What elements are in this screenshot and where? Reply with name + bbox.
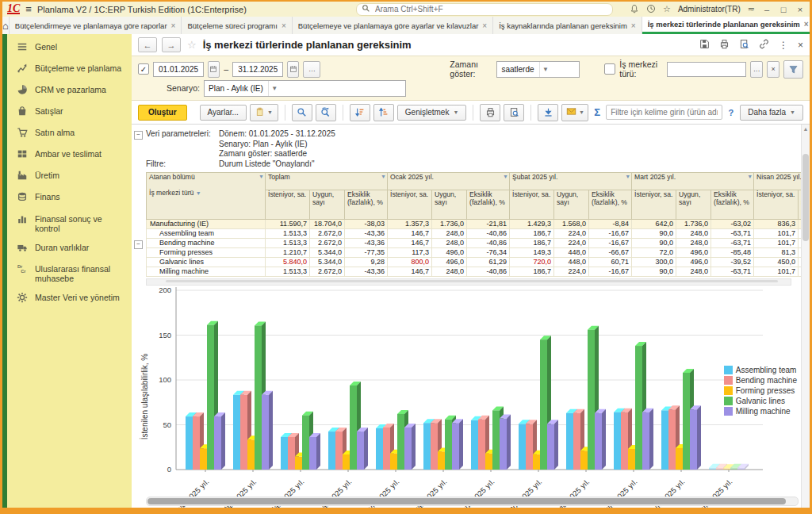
more-button[interactable]: Daha fazla▼ xyxy=(740,105,803,121)
forward-button[interactable]: → xyxy=(162,37,181,52)
date-from-input[interactable] xyxy=(157,64,200,75)
sub-header[interactable]: Eksiklik (fazlalık), % xyxy=(467,190,510,220)
period-options-button[interactable]: … xyxy=(303,61,320,78)
print-icon[interactable] xyxy=(719,39,730,51)
find-icon[interactable] xyxy=(292,104,312,121)
find-next-icon[interactable] xyxy=(316,104,336,121)
close-report-icon[interactable]: × xyxy=(798,40,803,51)
maximize-button[interactable]: □ xyxy=(779,5,788,14)
sub-header[interactable]: İsteniyor, sa. xyxy=(754,190,799,220)
save-icon[interactable] xyxy=(699,39,710,51)
table-row[interactable]: Milling machine1.513,32.672,0-43,36146,7… xyxy=(147,267,810,277)
generate-button[interactable]: Oluştur xyxy=(138,105,187,121)
home-tab[interactable]: ⌂ xyxy=(2,17,10,34)
back-button[interactable]: ← xyxy=(138,37,157,52)
download-icon[interactable] xyxy=(538,104,558,121)
service-menu-icon[interactable]: ≂ xyxy=(748,5,755,13)
tab-close-icon[interactable]: × xyxy=(171,21,176,30)
sub-header[interactable]: İsteniyor, sa. xyxy=(388,190,432,220)
sub-header[interactable]: Eksiklik (fazlalık), % xyxy=(589,190,632,220)
show-time-select[interactable]: saatlerde ▼ xyxy=(496,61,580,78)
sum-sigma-icon[interactable]: Σ xyxy=(594,106,600,118)
tab-close-icon[interactable]: × xyxy=(282,21,286,30)
tab-close-icon[interactable]: × xyxy=(631,21,636,30)
filter-funnel-button[interactable] xyxy=(783,60,803,79)
table-row[interactable]: Bending machine1.513,32.672,0-43,36146,7… xyxy=(147,239,810,248)
favorite-star-icon[interactable]: ☆ xyxy=(187,39,197,51)
sidebar-item-10[interactable]: DrCrUluslararası finansal muhasebe xyxy=(7,259,132,288)
wc-type-checkbox[interactable] xyxy=(604,63,615,75)
global-search[interactable] xyxy=(356,3,613,16)
table-horizontal-scrollbar[interactable] xyxy=(146,278,791,286)
date-to-input[interactable] xyxy=(236,64,279,75)
sub-header[interactable]: İsteniyor, sa. xyxy=(266,190,310,220)
preview-icon[interactable] xyxy=(739,39,749,51)
wc-type-clear-button[interactable]: × xyxy=(767,61,779,78)
tab-0[interactable]: Bütçelendirmeye ve planlamaya göre rapor… xyxy=(10,17,182,34)
sidebar-item-8[interactable]: Finansal sonuç ve kontrol xyxy=(7,209,132,238)
sidebar-item-1[interactable]: Bütçeleme ve planlama xyxy=(7,59,132,80)
collapse-group-icon[interactable]: − xyxy=(134,240,143,249)
sub-header[interactable]: Eksiklik (fazlalık), % xyxy=(711,190,754,220)
quick-filter-input[interactable] xyxy=(606,105,722,120)
tab-close-icon[interactable]: × xyxy=(804,20,809,29)
current-user[interactable]: Administrator(TR) xyxy=(678,5,741,13)
sub-header[interactable]: Uygun, sayı xyxy=(310,190,345,220)
close-window-button[interactable]: × xyxy=(795,5,805,14)
search-input[interactable] xyxy=(373,4,607,14)
period-checkbox[interactable]: ✓ xyxy=(138,63,149,75)
send-mail-icon[interactable]: ▼ xyxy=(561,104,588,121)
table-row[interactable]: Manufacturing (IE)11.590,718.704,0-38,03… xyxy=(147,220,810,229)
wc-type-options-button[interactable]: … xyxy=(750,61,763,78)
tab-1[interactable]: Bütçeleme süreci programı× xyxy=(182,17,292,34)
sidebar-item-7[interactable]: Finans xyxy=(7,187,132,209)
kebab-menu-icon[interactable]: ⋮ xyxy=(779,40,788,51)
sidebar-item-3[interactable]: Satışlar xyxy=(7,102,132,123)
sidebar-item-2[interactable]: CRM ve pazarlama xyxy=(7,80,132,102)
sub-header[interactable]: İsteniyor, sa. xyxy=(510,190,554,220)
tab-4[interactable]: İş merkezi türlerinde planlanan gereksin… xyxy=(642,17,810,34)
sub-header[interactable]: Uygun, sayı xyxy=(432,190,467,220)
table-row[interactable]: Assembling team1.513,32.672,0-43,36146,7… xyxy=(147,229,810,239)
wc-type-input[interactable] xyxy=(671,64,742,75)
corner-header[interactable]: Atanan bölümü ▼ İş merkezi türü ▼ xyxy=(147,173,266,220)
table-row[interactable]: Forming presses1.210,75.344,0-77,35117,3… xyxy=(147,248,810,258)
minimize-button[interactable]: – xyxy=(762,5,772,14)
vertical-scrollbar[interactable]: ▲ xyxy=(801,125,810,508)
help-button[interactable]: ? xyxy=(729,108,734,117)
expand-button[interactable]: Genişletmek▼ xyxy=(397,105,467,121)
print-preview-icon[interactable] xyxy=(504,104,524,121)
notifications-bell-icon[interactable] xyxy=(630,4,639,15)
table-row[interactable]: Galvanic lines5.840,05.344,09,28800,0496… xyxy=(147,258,810,267)
sidebar-item-5[interactable]: Ambar ve teslimat xyxy=(7,144,132,166)
sub-header[interactable]: İsteniyor, sa. xyxy=(632,190,676,220)
collapse-rows-icon[interactable] xyxy=(350,104,370,121)
favorites-star-icon[interactable]: ☆ xyxy=(663,5,671,13)
scroll-up-icon[interactable]: ▲ xyxy=(803,125,809,133)
tab-3[interactable]: İş kaynaklarında planlanan gereksinim× xyxy=(493,17,642,34)
sidebar-item-6[interactable]: Üretim xyxy=(7,166,132,187)
report-variants-button[interactable]: ▼ xyxy=(250,104,278,121)
tab-close-icon[interactable]: × xyxy=(482,21,487,30)
scenario-select[interactable]: Plan - Aylık (IE) ▼ xyxy=(204,80,406,97)
main-menu-icon[interactable]: ≡ xyxy=(25,3,32,15)
settings-button[interactable]: Ayarlar... xyxy=(200,105,247,121)
sub-header[interactable]: Eksiklik (fazlalık), % xyxy=(345,190,388,220)
sidebar-item-4[interactable]: Satın alma xyxy=(7,123,132,144)
print-button-icon[interactable] xyxy=(480,104,500,121)
sidebar-item-9[interactable]: Duran varlıklar xyxy=(7,238,132,259)
group-header[interactable]: Toplam▼ xyxy=(266,173,388,190)
tab-2[interactable]: Bütçelemeye ve planlamaya göre ayarlar v… xyxy=(293,17,493,34)
group-header[interactable]: Şubat 2025 yıl.▼ xyxy=(510,173,632,190)
history-clock-icon[interactable] xyxy=(646,4,656,15)
link-icon[interactable] xyxy=(759,39,769,51)
collapse-params-icon[interactable]: − xyxy=(134,131,143,140)
calendar-icon[interactable] xyxy=(287,61,300,78)
scrollbar-thumb[interactable] xyxy=(802,154,809,241)
sub-header[interactable]: Uygun, sayı xyxy=(554,190,589,220)
sub-header[interactable]: Uygun, sayı xyxy=(676,190,711,220)
sidebar-item-0[interactable]: Genel xyxy=(7,37,132,59)
calendar-icon[interactable] xyxy=(208,61,220,78)
expand-rows-icon[interactable] xyxy=(373,104,394,121)
sidebar-item-11[interactable]: Master Veri ve yönetim xyxy=(7,288,132,309)
